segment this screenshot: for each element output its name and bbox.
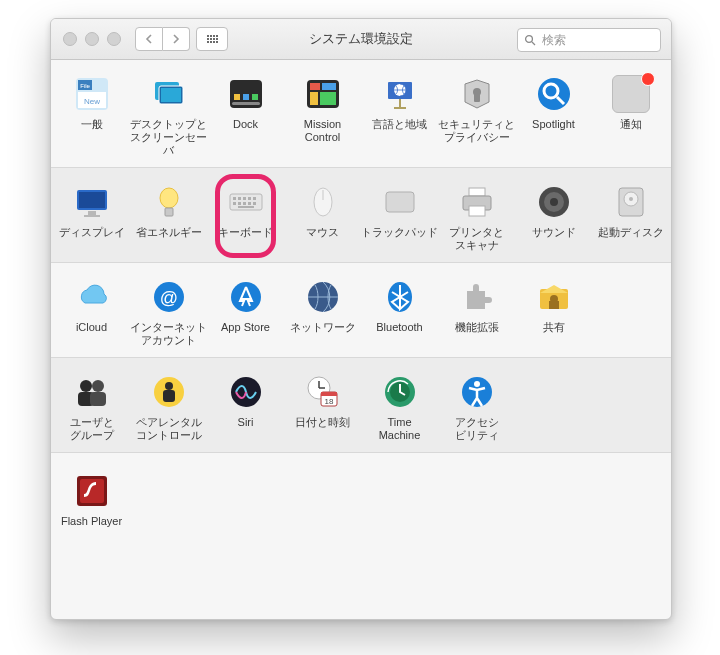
chevron-left-icon bbox=[145, 34, 153, 44]
svg-rect-30 bbox=[79, 192, 105, 208]
sharing-icon bbox=[534, 277, 574, 317]
svg-rect-66 bbox=[549, 301, 559, 309]
app-store-icon bbox=[226, 277, 266, 317]
pane-label: Mission Control bbox=[304, 118, 341, 144]
pane-general[interactable]: FileNew 一般 bbox=[53, 70, 130, 161]
pane-internet-accounts[interactable]: @ インターネット アカウント bbox=[130, 273, 207, 351]
svg-rect-43 bbox=[243, 202, 246, 205]
system-preferences-window: システム環境設定 FileNew 一般 デスクトップと スクリーンセーバ bbox=[50, 18, 672, 620]
svg-rect-79 bbox=[321, 392, 337, 396]
pane-app-store[interactable]: App Store bbox=[207, 273, 284, 351]
svg-rect-49 bbox=[386, 192, 414, 212]
pane-label: アクセシ ビリティ bbox=[455, 416, 499, 442]
pane-trackpad[interactable]: トラックパッド bbox=[361, 178, 438, 256]
pane-network[interactable]: ネットワーク bbox=[284, 273, 361, 351]
pane-label: ペアレンタル コントロール bbox=[136, 416, 202, 442]
pane-mission-control[interactable]: Mission Control bbox=[284, 70, 361, 161]
svg-rect-12 bbox=[243, 94, 249, 100]
extensions-icon bbox=[457, 277, 497, 317]
pane-time-machine[interactable]: Time Machine bbox=[361, 368, 438, 446]
close-window-button[interactable] bbox=[63, 32, 77, 46]
pane-keyboard[interactable]: キーボード bbox=[207, 178, 284, 256]
svg-rect-42 bbox=[238, 202, 241, 205]
pane-label: Flash Player bbox=[61, 515, 122, 541]
pane-notifications[interactable]: 通知 bbox=[592, 70, 669, 161]
svg-rect-36 bbox=[233, 197, 236, 200]
svg-rect-45 bbox=[253, 202, 256, 205]
pane-siri[interactable]: Siri bbox=[207, 368, 284, 446]
pane-printers-scanners[interactable]: プリンタと スキャナ bbox=[438, 178, 515, 256]
accessibility-icon bbox=[457, 372, 497, 412]
svg-point-61 bbox=[231, 282, 261, 312]
pane-label: 日付と時刻 bbox=[295, 416, 350, 442]
svg-rect-11 bbox=[234, 94, 240, 100]
search-field[interactable] bbox=[517, 28, 661, 52]
pane-label: iCloud bbox=[76, 321, 107, 347]
search-input[interactable] bbox=[540, 32, 654, 48]
pane-label: Siri bbox=[238, 416, 254, 442]
pane-label: 一般 bbox=[81, 118, 103, 144]
back-button[interactable] bbox=[135, 27, 163, 51]
svg-rect-73 bbox=[163, 390, 175, 402]
pane-icloud[interactable]: iCloud bbox=[53, 273, 130, 351]
pane-flash-player[interactable]: Flash Player bbox=[53, 467, 130, 545]
svg-rect-37 bbox=[238, 197, 241, 200]
pane-bluetooth[interactable]: Bluetooth bbox=[361, 273, 438, 351]
pane-dock[interactable]: Dock bbox=[207, 70, 284, 161]
pane-row-5: Flash Player bbox=[51, 453, 671, 551]
pane-mouse[interactable]: マウス bbox=[284, 178, 361, 256]
pane-spotlight[interactable]: Spotlight bbox=[515, 70, 592, 161]
svg-line-1 bbox=[532, 42, 535, 45]
pane-label: セキュリティと プライバシー bbox=[438, 118, 515, 144]
svg-rect-39 bbox=[248, 197, 251, 200]
svg-point-67 bbox=[80, 380, 92, 392]
users-groups-icon bbox=[72, 372, 112, 412]
svg-rect-41 bbox=[233, 202, 236, 205]
pane-users-groups[interactable]: ユーザと グループ bbox=[53, 368, 130, 446]
zoom-window-button[interactable] bbox=[107, 32, 121, 46]
nav-buttons bbox=[135, 27, 190, 51]
pane-sound[interactable]: サウンド bbox=[515, 178, 592, 256]
pane-accessibility[interactable]: アクセシ ビリティ bbox=[438, 368, 515, 446]
bluetooth-icon bbox=[380, 277, 420, 317]
svg-point-68 bbox=[92, 380, 104, 392]
pane-label: キーボード bbox=[218, 226, 273, 252]
forward-button[interactable] bbox=[163, 27, 190, 51]
pane-energy-saver[interactable]: 省エネルギー bbox=[130, 178, 207, 256]
svg-rect-44 bbox=[248, 202, 251, 205]
displays-icon bbox=[72, 182, 112, 222]
pane-extensions[interactable]: 機能拡張 bbox=[438, 273, 515, 351]
internet-accounts-icon: @ bbox=[149, 277, 189, 317]
pane-sharing[interactable]: 共有 bbox=[515, 273, 592, 351]
svg-rect-31 bbox=[88, 211, 96, 215]
svg-point-0 bbox=[526, 36, 533, 43]
minimize-window-button[interactable] bbox=[85, 32, 99, 46]
date-time-icon: 18 bbox=[303, 372, 343, 412]
pane-label: 共有 bbox=[543, 321, 565, 347]
pane-row-3: iCloud @ インターネット アカウント App Store ネットワーク bbox=[51, 263, 671, 358]
pane-label: App Store bbox=[221, 321, 270, 347]
pane-label: Dock bbox=[233, 118, 258, 144]
dock-icon bbox=[226, 74, 266, 114]
pane-displays[interactable]: ディスプレイ bbox=[53, 178, 130, 256]
pane-desktop-screensaver[interactable]: デスクトップと スクリーンセーバ bbox=[130, 70, 207, 161]
pane-label: 省エネルギー bbox=[136, 226, 202, 252]
pane-date-time[interactable]: 18 日付と時刻 bbox=[284, 368, 361, 446]
pane-label: プリンタと スキャナ bbox=[449, 226, 504, 252]
pane-parental-controls[interactable]: ペアレンタル コントロール bbox=[130, 368, 207, 446]
pane-startup-disk[interactable]: 起動ディスク bbox=[592, 178, 669, 256]
icloud-icon bbox=[72, 277, 112, 317]
printers-scanners-icon bbox=[457, 182, 497, 222]
search-icon bbox=[524, 34, 536, 46]
grid-icon bbox=[207, 35, 218, 43]
time-machine-icon bbox=[380, 372, 420, 412]
parental-controls-icon bbox=[149, 372, 189, 412]
preference-panes: FileNew 一般 デスクトップと スクリーンセーバ Dock bbox=[51, 60, 671, 551]
mouse-icon bbox=[303, 182, 343, 222]
pane-security-privacy[interactable]: セキュリティと プライバシー bbox=[438, 70, 515, 161]
svg-point-72 bbox=[165, 382, 173, 390]
pane-label: ユーザと グループ bbox=[70, 416, 114, 442]
pane-language-region[interactable]: 言語と地域 bbox=[361, 70, 438, 161]
show-all-button[interactable] bbox=[196, 27, 228, 51]
svg-rect-86 bbox=[80, 479, 104, 503]
